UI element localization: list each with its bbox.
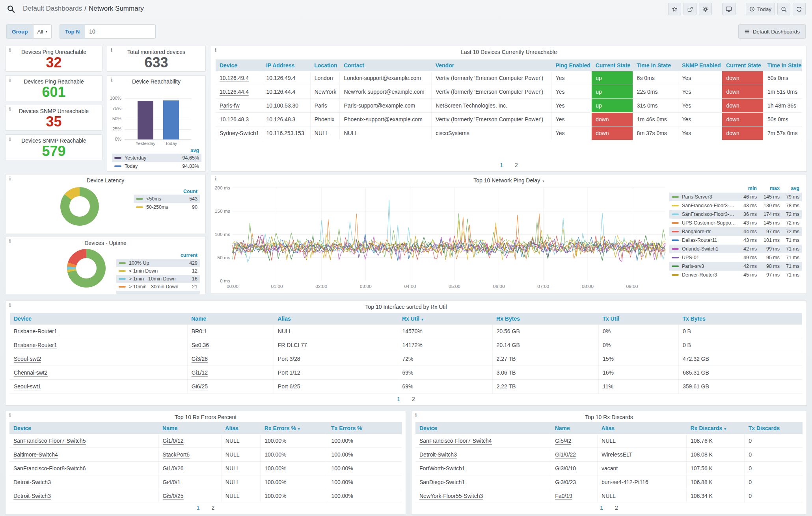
column-header-time-in-state[interactable]: Time in State (763, 59, 802, 71)
ping-delay-title[interactable]: Top 10 Network Ping Delay▾ (211, 177, 806, 184)
legend-row[interactable]: Denver-Router345 ms97 ms71 ms (669, 271, 802, 279)
page-button-active[interactable]: 1 (600, 505, 603, 511)
cell-link[interactable]: Brisbane-Router1 (14, 342, 57, 349)
legend-row[interactable]: Paris-srv342 ms98 ms71 ms (669, 262, 802, 271)
info-icon[interactable]: i (111, 48, 113, 53)
cell-link[interactable]: Detroit-Switch3 (13, 479, 51, 486)
breadcrumb-root[interactable]: Default Dashboards (23, 5, 82, 12)
info-icon[interactable]: i (9, 77, 11, 83)
cell-link[interactable]: Paris-fw (220, 102, 240, 110)
cell-link[interactable]: Seoul-swt2 (14, 356, 41, 363)
column-header-time-in-state[interactable]: Time in State (633, 59, 678, 71)
info-icon[interactable]: i (215, 48, 217, 53)
column-header-current-state[interactable]: Current State (592, 59, 633, 71)
column-header-device[interactable]: Device (216, 59, 262, 71)
cell-link[interactable]: Gi1/0/26 (163, 465, 184, 472)
cell-link[interactable]: SanFrancisco-Floor7-Switch4 (419, 438, 492, 445)
page-button-active[interactable]: 1 (197, 505, 200, 511)
info-icon[interactable]: i (9, 413, 11, 418)
info-icon[interactable]: i (9, 107, 11, 112)
legend-row[interactable]: Yesterday94.65% (112, 154, 201, 162)
column-header-tx-discards[interactable]: Tx Discards (745, 422, 803, 434)
legend-row[interactable]: 100% Up429 (116, 259, 200, 267)
cell-link[interactable]: Gi3/0/23 (555, 479, 576, 486)
column-header-tx-bytes[interactable]: Tx Bytes (678, 313, 802, 325)
column-header-alias[interactable]: Alias (598, 422, 687, 434)
cell-link[interactable]: Gi4/0/1 (163, 479, 181, 486)
cell-link[interactable]: Gi5/0/25 (163, 493, 184, 500)
search-icon[interactable] (6, 4, 16, 14)
info-icon[interactable]: i (9, 136, 11, 142)
cell-link[interactable]: SanFrancisco-Floor7-Switch5 (13, 438, 86, 445)
legend-row[interactable]: SanFrancisco-Floor3-Swi...43 ms130 ms78 … (669, 201, 802, 210)
info-icon[interactable]: i (9, 176, 11, 182)
column-header-name[interactable]: Name (158, 422, 221, 434)
column-header-rx-errors-[interactable]: Rx Errors %▾ (261, 422, 327, 434)
cell-link[interactable]: Gi1/0/22 (555, 451, 576, 458)
legend-row[interactable]: SanFrancisco-Floor3-Swi...36 ms174 ms72 … (669, 210, 802, 219)
cell-link[interactable]: SanFrancisco-Floor8-Switch6 (13, 465, 86, 472)
cell-link[interactable]: Fa0/19 (555, 493, 572, 500)
kiosk-mode-button[interactable] (722, 3, 736, 15)
page-button[interactable]: 2 (412, 396, 415, 402)
cell-link[interactable]: Brisbane-Router1 (14, 328, 57, 335)
info-icon[interactable]: i (9, 303, 11, 308)
column-header-rx-bytes[interactable]: Rx Bytes (492, 313, 598, 325)
legend-row[interactable]: < 1min Down12 (116, 267, 200, 275)
page-button[interactable]: 2 (515, 162, 518, 168)
column-header-current-state[interactable]: Current State (722, 59, 763, 71)
page-button-active[interactable]: 1 (500, 162, 503, 168)
legend-row[interactable]: Today94.83% (112, 162, 201, 170)
column-header-tx-errors-[interactable]: Tx Errors % (327, 422, 402, 434)
cell-link[interactable]: Gi5/42 (555, 438, 571, 445)
column-header-device[interactable]: Device (9, 422, 158, 434)
refresh-button[interactable] (793, 3, 806, 15)
cell-link[interactable]: Baltimore-Switch4 (13, 451, 58, 458)
info-icon[interactable]: i (111, 77, 113, 83)
column-header-snmp-enabled[interactable]: SNMP Enabled (678, 59, 722, 71)
share-button[interactable] (683, 3, 697, 15)
cell-link[interactable]: Seoul-swt1 (14, 383, 41, 390)
column-header-rx-discards[interactable]: Rx Discards▾ (686, 422, 744, 434)
info-icon[interactable]: i (415, 413, 417, 418)
time-range-button[interactable]: Today (746, 3, 775, 15)
legend-row[interactable]: UPS-0149 ms95 ms71 ms (669, 253, 802, 262)
column-header-tx-util[interactable]: Tx Util (598, 313, 678, 325)
settings-button[interactable] (699, 3, 712, 15)
legend-row[interactable]: 50-250ms90 (134, 203, 200, 211)
cell-link[interactable]: StackPort6 (163, 451, 190, 458)
cell-link[interactable]: FortWorth-Switch1 (419, 465, 465, 472)
cell-link[interactable]: Detroit-Switch3 (419, 451, 457, 458)
info-icon[interactable]: i (215, 176, 217, 182)
cell-link[interactable]: Gi3/28 (192, 356, 208, 363)
legend-row[interactable]: Dallas-Router1143 ms101 ms71 ms (669, 236, 802, 245)
legend-row[interactable]: UPS-Customer-Support243 ms145 ms72 ms (669, 219, 802, 227)
cell-link[interactable]: Gi1/12 (192, 369, 208, 377)
reachability-bar[interactable] (138, 101, 153, 139)
column-header-ping-enabled[interactable]: Ping Enabled (551, 59, 591, 71)
column-header-name[interactable]: Name (551, 422, 598, 434)
cell-link[interactable]: Gi3/0/10 (555, 465, 576, 472)
column-header-vendor[interactable]: Vendor (432, 59, 551, 71)
cell-link[interactable]: Gi1/0/12 (163, 438, 184, 445)
cell-link[interactable]: Chennai-swt2 (14, 369, 48, 377)
cell-link[interactable]: BR0:1 (192, 328, 207, 335)
column-header-device[interactable]: Device (415, 422, 551, 434)
legend-row[interactable]: > 10min - 30min Down21 (116, 283, 200, 291)
column-header-device[interactable]: Device (10, 313, 187, 325)
default-dashboards-button[interactable]: Default Dashboards (738, 24, 806, 39)
cell-link[interactable]: Se0.36 (192, 342, 209, 349)
legend-row[interactable]: Paris-Server346 ms145 ms79 ms (669, 193, 802, 201)
info-icon[interactable]: i (9, 48, 11, 53)
page-button[interactable]: 2 (212, 505, 215, 511)
cell-link[interactable]: Sydney-Switch1 (220, 130, 259, 137)
column-header-ip-address[interactable]: IP Address (262, 59, 310, 71)
topn-input[interactable] (85, 24, 156, 39)
page-button[interactable]: 2 (615, 505, 618, 511)
cell-link[interactable]: NewYork-Floor55-Switch3 (419, 493, 483, 500)
column-header-contact[interactable]: Contact (340, 59, 432, 71)
column-header-alias[interactable]: Alias (274, 313, 398, 325)
group-select[interactable]: All▾ (33, 24, 52, 39)
column-header-rx-util[interactable]: Rx Util▾ (398, 313, 492, 325)
info-icon[interactable]: i (9, 239, 11, 244)
